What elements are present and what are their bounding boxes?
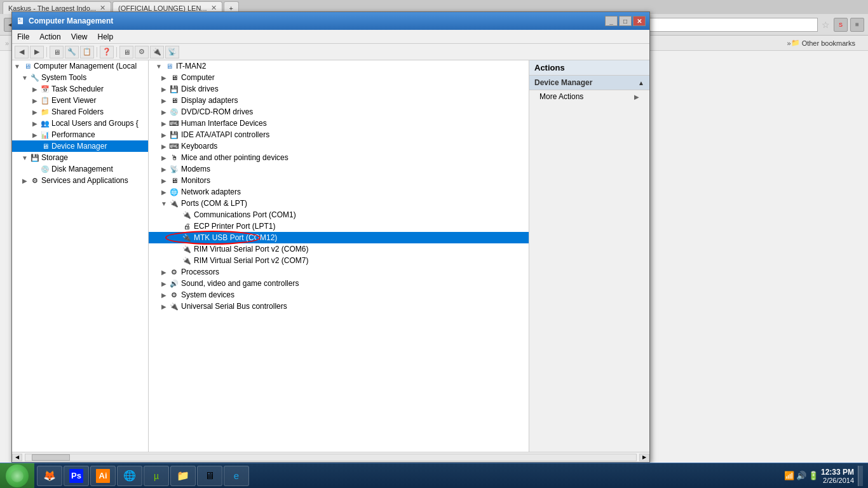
toolbar-forward[interactable]: ▶ xyxy=(30,46,44,58)
middle-ports[interactable]: ▼ 🔌 Ports (COM & LPT) xyxy=(149,198,529,209)
middle-system-devices[interactable]: ▶ ⚙ System devices xyxy=(149,289,529,301)
taskbar-photoshop[interactable]: Ps xyxy=(64,466,89,486)
device-manager-expand[interactable] xyxy=(30,141,40,151)
tree-root[interactable]: ▼ 🖥 Computer Management (Local xyxy=(12,60,148,72)
hid-expand[interactable]: ▶ xyxy=(159,118,169,128)
maximize-button[interactable]: □ xyxy=(619,16,632,26)
tree-event-viewer[interactable]: ▶ 📋 Event Viewer xyxy=(12,95,148,106)
menu-file[interactable]: File xyxy=(12,31,34,43)
clock[interactable]: 12:33 PM 2/26/2014 xyxy=(821,468,854,484)
network-expand[interactable]: ▶ xyxy=(159,187,169,197)
middle-rim-com7[interactable]: 🔌 RIM Virtual Serial Port v2 (COM7) xyxy=(149,255,529,266)
toolbar-icon7[interactable]: 📡 xyxy=(165,46,179,58)
tree-services[interactable]: ▶ ⚙ Services and Applications xyxy=(12,175,148,186)
middle-disk-drives[interactable]: ▶ 💾 Disk drives xyxy=(149,83,529,95)
tree-device-manager[interactable]: 🖥 Device Manager xyxy=(12,140,148,152)
tree-disk-management[interactable]: 💿 Disk Management xyxy=(12,163,148,175)
display-expand[interactable]: ▶ xyxy=(159,95,169,105)
middle-com1[interactable]: 🔌 Communications Port (COM1) xyxy=(149,209,529,220)
taskbar-utorrent[interactable]: µ xyxy=(144,466,169,486)
services-expand[interactable]: ▶ xyxy=(20,175,30,186)
event-viewer-expand[interactable]: ▶ xyxy=(30,95,40,105)
performance-icon: 📊 xyxy=(40,130,50,140)
root-expand[interactable]: ▼ xyxy=(12,61,22,71)
taskbar-chrome[interactable]: 🌐 xyxy=(117,466,142,486)
scroll-right-btn[interactable]: ▶ xyxy=(639,454,649,461)
keyboards-expand[interactable]: ▶ xyxy=(159,141,169,151)
ports-expand[interactable]: ▼ xyxy=(159,198,169,208)
middle-usb[interactable]: ▶ 🔌 Universal Serial Bus controllers xyxy=(149,301,529,312)
middle-processors[interactable]: ▶ ⚙ Processors xyxy=(149,266,529,278)
shared-folders-expand[interactable]: ▶ xyxy=(30,107,40,117)
toolbar-up[interactable]: 🖥 xyxy=(50,46,64,58)
taskbar-explorer[interactable]: 📁 xyxy=(170,466,196,486)
menu-help[interactable]: Help xyxy=(93,31,119,43)
performance-expand[interactable]: ▶ xyxy=(30,130,40,140)
bookmark-star[interactable]: ☆ xyxy=(822,20,830,30)
monitors-expand[interactable]: ▶ xyxy=(159,175,169,186)
minimize-button[interactable]: _ xyxy=(605,16,618,26)
storage-expand[interactable]: ▼ xyxy=(20,152,30,163)
disk-mgmt-expand[interactable] xyxy=(30,164,40,174)
usb-expand[interactable]: ▶ xyxy=(159,301,169,311)
middle-display-adapters[interactable]: ▶ 🖥 Display adapters xyxy=(149,95,529,106)
menu-action[interactable]: Action xyxy=(34,31,65,43)
middle-monitors[interactable]: ▶ 🖥 Monitors xyxy=(149,175,529,186)
middle-root[interactable]: ▼ 🖥 IT-MAN2 xyxy=(149,60,529,72)
show-desktop-button[interactable] xyxy=(858,466,863,486)
middle-sound[interactable]: ▶ 🔊 Sound, video and game controllers xyxy=(149,278,529,289)
computer-expand[interactable]: ▶ xyxy=(159,72,169,83)
middle-ide[interactable]: ▶ 💾 IDE ATA/ATAPI controllers xyxy=(149,129,529,140)
middle-root-expand[interactable]: ▼ xyxy=(154,61,164,71)
horizontal-scrollbar[interactable] xyxy=(25,454,637,461)
device-manager-section-btn[interactable]: Device Manager ▲ xyxy=(529,76,649,90)
tree-storage[interactable]: ▼ 💾 Storage xyxy=(12,152,148,163)
no-script-icon[interactable]: S xyxy=(834,18,848,32)
middle-mice[interactable]: ▶ 🖱 Mice and other pointing devices xyxy=(149,152,529,163)
tree-task-scheduler[interactable]: ▶ 📅 Task Scheduler xyxy=(12,83,148,95)
system-devices-expand[interactable]: ▶ xyxy=(159,290,169,300)
middle-lpt1[interactable]: 🖨 ECP Printer Port (LPT1) xyxy=(149,220,529,232)
middle-modems[interactable]: ▶ 📡 Modems xyxy=(149,163,529,175)
toolbar-icon3[interactable]: ❓ xyxy=(100,46,114,58)
middle-network[interactable]: ▶ 🌐 Network adapters xyxy=(149,186,529,198)
disk-drives-expand[interactable]: ▶ xyxy=(159,84,169,94)
start-button[interactable] xyxy=(0,463,34,489)
tree-shared-folders[interactable]: ▶ 📁 Shared Folders xyxy=(12,106,148,118)
menu-view[interactable]: View xyxy=(66,31,93,43)
middle-dvd[interactable]: ▶ 💿 DVD/CD-ROM drives xyxy=(149,106,529,118)
local-users-expand[interactable]: ▶ xyxy=(30,118,40,128)
sound-expand[interactable]: ▶ xyxy=(159,278,169,288)
taskbar-remote[interactable]: 🖥 xyxy=(197,466,222,486)
toolbar-icon4[interactable]: 🖥 xyxy=(119,46,133,58)
scroll-left-btn[interactable]: ◀ xyxy=(12,454,22,461)
taskbar-firefox[interactable]: 🦊 xyxy=(37,466,62,486)
tree-performance[interactable]: ▶ 📊 Performance xyxy=(12,129,148,140)
taskbar-illustrator[interactable]: Ai xyxy=(90,466,116,486)
mice-expand[interactable]: ▶ xyxy=(159,152,169,163)
system-tools-expand[interactable]: ▼ xyxy=(20,72,30,83)
task-scheduler-expand[interactable]: ▶ xyxy=(30,84,40,94)
toolbar-icon2[interactable]: 📋 xyxy=(80,46,94,58)
middle-keyboards[interactable]: ▶ ⌨ Keyboards xyxy=(149,140,529,152)
close-button[interactable]: ✕ xyxy=(633,16,646,26)
tree-system-tools[interactable]: ▼ 🔧 System Tools xyxy=(12,72,148,83)
toolbar-icon1[interactable]: 🔧 xyxy=(65,46,79,58)
middle-rim-com6[interactable]: 🔌 RIM Virtual Serial Port v2 (COM6) xyxy=(149,243,529,255)
modems-expand[interactable]: ▶ xyxy=(159,164,169,174)
more-actions-item[interactable]: More Actions ▶ xyxy=(529,90,649,103)
toolbar-back[interactable]: ◀ xyxy=(15,46,29,58)
toolbar-icon5[interactable]: ⚙ xyxy=(135,46,149,58)
taskbar-ie[interactable]: e xyxy=(224,466,249,486)
middle-computer[interactable]: ▶ 🖥 Computer xyxy=(149,72,529,83)
middle-hid[interactable]: ▶ ⌨ Human Interface Devices xyxy=(149,118,529,129)
dvd-expand[interactable]: ▶ xyxy=(159,107,169,117)
tree-local-users[interactable]: ▶ 👥 Local Users and Groups { xyxy=(12,118,148,129)
bookmark-other[interactable]: 📁 Other bookmarks xyxy=(791,39,855,47)
scrollbar-thumb[interactable] xyxy=(32,454,70,461)
middle-mtk[interactable]: 🔌 MTK USB Port (COM12) xyxy=(149,232,529,243)
toolbar-icon6[interactable]: 🔌 xyxy=(150,46,164,58)
processors-expand[interactable]: ▶ xyxy=(159,267,169,277)
ide-expand[interactable]: ▶ xyxy=(159,130,169,140)
browser-menu[interactable]: ≡ xyxy=(850,18,864,32)
